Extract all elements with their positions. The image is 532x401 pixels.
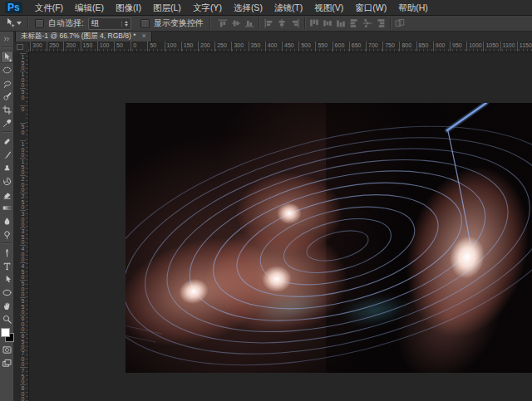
history-brush-tool[interactable] (1, 175, 13, 188)
gradient-tool[interactable] (1, 202, 13, 214)
ruler-label: 5 0 0 (20, 280, 26, 298)
active-tool-preview[interactable] (4, 16, 22, 31)
show-transform-checkbox[interactable] (140, 19, 150, 28)
ruler-label: 1 5 0 (20, 158, 26, 176)
ruler-label: 1100 (500, 42, 515, 51)
pen-tool[interactable] (1, 247, 13, 259)
ruler-label: 100 (165, 42, 177, 51)
document-image[interactable] (126, 103, 532, 373)
eraser-tool[interactable] (1, 188, 13, 201)
collapse-toolbar-button[interactable] (1, 32, 13, 45)
zoom-tool[interactable] (1, 313, 13, 325)
distribute-top-edges-icon[interactable] (308, 17, 321, 30)
ruler-label: 1 5 0 (20, 53, 26, 71)
ruler-label: 300 (231, 42, 244, 51)
brush-tool[interactable] (1, 149, 13, 161)
alignment-buttons (217, 17, 406, 30)
document-tab[interactable]: 未标题-1 @ 66.7% (图层 4, RGB/8) * × (15, 31, 152, 42)
dodge-tool[interactable] (1, 228, 13, 241)
menu-item-5[interactable]: 选择(S) (228, 0, 268, 15)
auto-align-layers-icon[interactable] (394, 17, 406, 30)
ruler-label: 200 (63, 42, 76, 51)
options-bar: 自动选择: 组 显示变换控件 (0, 16, 532, 32)
align-vertical-centers-icon[interactable] (230, 17, 243, 30)
distribute-horizontal-centers-icon[interactable] (362, 17, 374, 30)
ruler-label: 900 (433, 42, 446, 51)
menu-item-2[interactable]: 图像(I) (110, 0, 147, 15)
auto-select-checkbox[interactable] (35, 19, 44, 28)
menu-item-9[interactable]: 帮助(H) (392, 0, 434, 15)
auto-select-dropdown[interactable]: 组 (88, 17, 131, 30)
ruler-label: 1150 (517, 42, 532, 51)
foreground-color-swatch[interactable] (1, 328, 10, 337)
ruler-label: 950 (450, 42, 462, 51)
ruler-label: 2 0 0 (20, 175, 26, 193)
distribute-bottom-edges-icon[interactable] (335, 17, 347, 30)
ruler-label: 2 5 0 (20, 193, 26, 211)
move-tool[interactable] (1, 51, 13, 63)
ruler-label: 1 0 0 (20, 71, 26, 89)
distribute-right-edges-icon[interactable] (375, 17, 387, 30)
horizontal-ruler[interactable]: 3002502001501005005010015020025030035040… (28, 42, 532, 52)
align-left-edges-icon[interactable] (263, 17, 275, 30)
align-right-edges-icon[interactable] (289, 17, 302, 30)
path-selection-tool[interactable] (1, 273, 13, 286)
distribute-left-edges-icon[interactable] (348, 17, 361, 30)
ruler-label: 5 5 0 (20, 297, 26, 315)
hand-tool[interactable] (1, 300, 13, 312)
chevron-down-icon (17, 22, 22, 25)
ruler-label: 750 (382, 42, 395, 51)
lasso-tool[interactable] (1, 77, 13, 90)
ruler-label: 1000 (466, 42, 482, 51)
quick-selection-tool[interactable] (1, 90, 13, 103)
auto-select-label: 自动选择: (48, 17, 84, 29)
screen-mode-button[interactable] (1, 357, 13, 369)
vertical-ruler[interactable]: 1 5 01 0 05 005 01 0 01 5 02 0 02 5 03 0… (13, 51, 29, 401)
crop-tool[interactable] (1, 104, 13, 116)
ruler-label: 300 (30, 42, 42, 51)
ruler-label: 650 (349, 42, 362, 51)
align-bottom-edges-icon[interactable] (244, 17, 256, 30)
ruler-label: 500 (298, 42, 311, 51)
spot-healing-brush-tool[interactable] (1, 135, 13, 148)
menu-item-4[interactable]: 文字(Y) (187, 0, 228, 15)
ruler-label: 850 (416, 42, 429, 51)
menu-item-0[interactable]: 文件(F) (29, 0, 69, 15)
divider (2, 46, 12, 48)
ruler-label: 8 0 0 (20, 384, 26, 401)
eyedropper-tool[interactable] (1, 117, 13, 130)
menu-item-8[interactable]: 窗口(W) (349, 0, 392, 15)
align-top-edges-icon[interactable] (217, 17, 229, 30)
menu-item-7[interactable]: 视图(V) (308, 0, 349, 15)
blur-tool[interactable] (1, 215, 13, 227)
ruler-label: 100 (97, 42, 110, 51)
type-tool[interactable] (1, 260, 13, 272)
menu-item-3[interactable]: 图层(L) (147, 0, 187, 15)
distribute-vertical-centers-icon[interactable] (322, 17, 334, 30)
quick-mask-button[interactable] (1, 344, 13, 356)
align-horizontal-centers-icon[interactable] (276, 17, 288, 30)
menu-item-1[interactable]: 编辑(E) (69, 0, 110, 15)
clone-stamp-tool[interactable] (1, 162, 13, 174)
ruler-label: 250 (47, 42, 59, 51)
spiral-arcs-graphic (126, 103, 532, 373)
separator (27, 17, 29, 29)
ruler-label: 700 (366, 42, 378, 51)
shape-tool[interactable] (1, 286, 13, 299)
separator (304, 17, 306, 29)
menu-item-6[interactable]: 滤镜(T) (268, 0, 308, 15)
move-tool-icon (4, 16, 15, 31)
separator (209, 17, 211, 29)
document-tab-bar: 未标题-1 @ 66.7% (图层 4, RGB/8) * × (13, 31, 532, 42)
ruler-label: 0 (20, 105, 26, 113)
ruler-label: 0 (131, 42, 136, 51)
close-icon[interactable]: × (142, 32, 146, 40)
ruler-label: 600 (332, 42, 345, 51)
ruler-label: 150 (181, 42, 194, 51)
ruler-label: 7 5 0 (20, 367, 26, 385)
canvas-area[interactable] (28, 51, 532, 401)
ruler-label: 4 0 0 (20, 245, 26, 263)
ruler-label: 5 0 (20, 88, 26, 100)
elliptical-marquee-tool[interactable] (1, 64, 13, 76)
ruler-label: 50 (147, 42, 156, 51)
